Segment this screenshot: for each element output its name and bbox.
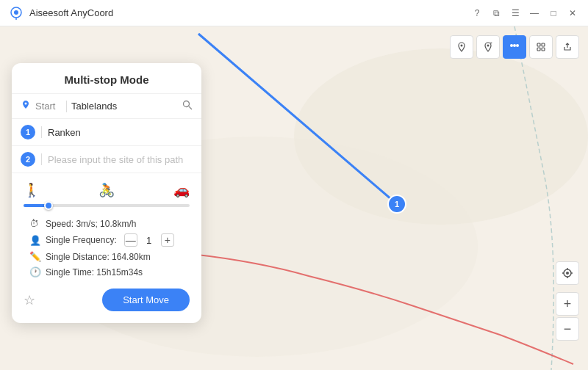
waypoint-1-value: Ranken [48, 127, 193, 138]
jump-teleport-button[interactable] [529, 35, 553, 59]
speed-section: 🚶 🚴 🚗 ⏱ Speed: 3m/s; 10.8km/h 👤 Single F… [12, 173, 201, 280]
start-value: Tablelands [71, 101, 178, 112]
multi-stop-button[interactable] [503, 35, 526, 59]
add-location-button[interactable]: + [476, 35, 500, 59]
speed-info-row: ⏱ Speed: 3m/s; 10.8km/h [21, 216, 193, 231]
frequency-value: 1 [143, 235, 155, 246]
svg-point-11 [510, 44, 513, 47]
start-field[interactable]: Start Tablelands [12, 94, 201, 119]
time-row: 🕐 Single Time: 15h15m34s [21, 264, 193, 280]
speed-icon: ⏱ [29, 218, 41, 229]
start-move-button[interactable]: Start Move [102, 289, 190, 311]
waypoint-2-placeholder: Please input the site of this path [48, 154, 193, 165]
export-button[interactable] [556, 35, 579, 59]
frequency-icon: 👤 [29, 235, 41, 246]
speed-slider[interactable] [24, 204, 190, 207]
app-title: Aiseesoft AnyCoord [29, 7, 470, 18]
svg-point-24 [25, 103, 27, 105]
maximize-button[interactable]: □ [547, 7, 560, 20]
waypoint-1[interactable]: 1 Ranken [12, 119, 201, 146]
svg-point-13 [516, 44, 519, 47]
waypoint-2[interactable]: 2 Please input the site of this path [12, 146, 201, 173]
svg-rect-17 [542, 48, 545, 51]
start-location-icon [21, 100, 31, 112]
distance-row: ✏️ Single Distance: 164.80km [21, 249, 193, 264]
svg-rect-14 [537, 43, 540, 46]
svg-point-8 [461, 45, 463, 47]
svg-line-26 [189, 106, 192, 109]
multi-stop-panel: Multi-stop Mode Start Tablelands 1 [12, 63, 201, 323]
window-controls: ? ⧉ ☰ — □ ✕ [470, 7, 579, 20]
restore-button[interactable]: ⧉ [490, 7, 503, 20]
waypoint-1-number: 1 [21, 125, 35, 139]
frequency-label: Single Frequency: [46, 235, 117, 245]
svg-rect-15 [542, 43, 545, 46]
svg-text:+: + [490, 42, 492, 46]
svg-point-25 [184, 101, 190, 107]
frequency-row: 👤 Single Frequency: — 1 + [21, 231, 193, 249]
map-container[interactable]: 1 + [0, 26, 588, 370]
time-value: Single Time: 15h15m34s [46, 267, 143, 278]
title-bar: Aiseesoft AnyCoord ? ⧉ ☰ — □ ✕ [0, 0, 588, 26]
panel-actions: ☆ Start Move [12, 280, 201, 311]
zoom-out-button[interactable]: − [556, 317, 579, 341]
start-label: Start [35, 101, 62, 112]
favorite-button[interactable]: ☆ [24, 292, 35, 308]
bike-icon[interactable]: 🚴 [98, 182, 115, 198]
menu-button[interactable]: ☰ [509, 7, 522, 20]
close-button[interactable]: ✕ [566, 7, 579, 20]
start-search-icon[interactable] [182, 100, 193, 112]
map-zoom-controls: + − [556, 261, 579, 341]
distance-icon: ✏️ [29, 251, 41, 262]
distance-value: Single Distance: 164.80km [46, 252, 151, 262]
my-location-button[interactable] [556, 261, 579, 285]
speed-value: Speed: 3m/s; 10.8km/h [46, 219, 136, 229]
svg-rect-16 [537, 48, 540, 51]
walk-icon[interactable]: 🚶 [24, 182, 40, 198]
car-icon[interactable]: 🚗 [173, 182, 190, 198]
transport-icons: 🚶 🚴 🚗 [21, 182, 193, 198]
zoom-in-button[interactable]: + [556, 292, 579, 316]
minimize-button[interactable]: — [528, 7, 541, 20]
time-icon: 🕐 [29, 266, 41, 278]
svg-point-19 [566, 272, 569, 275]
svg-text:1: 1 [395, 200, 399, 208]
app-logo [9, 6, 24, 21]
map-toolbar: + [450, 35, 579, 59]
frequency-increase-button[interactable]: + [161, 233, 174, 247]
frequency-decrease-button[interactable]: — [124, 233, 137, 247]
frequency-controls: — 1 + [124, 233, 174, 247]
speed-slider-thumb [44, 201, 53, 210]
help-button[interactable]: ? [470, 7, 484, 20]
panel-title: Multi-stop Mode [12, 63, 201, 94]
location-pin-button[interactable] [450, 35, 473, 59]
svg-point-12 [513, 44, 516, 47]
svg-point-1 [14, 10, 18, 15]
waypoint-2-number: 2 [21, 152, 35, 167]
